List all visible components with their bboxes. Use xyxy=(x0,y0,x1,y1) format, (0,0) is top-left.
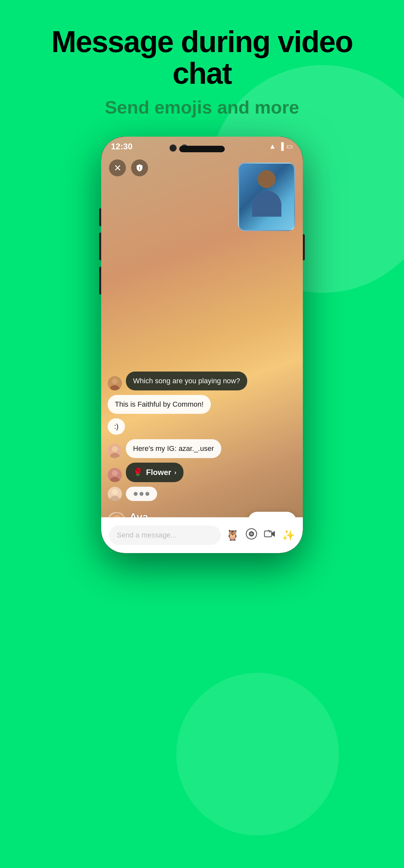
self-view-video xyxy=(238,163,295,231)
message-bubble-2: This is Faithful by Common! xyxy=(108,395,211,414)
flower-emoji: 🌹 xyxy=(133,468,143,477)
close-button[interactable]: ✕ xyxy=(109,159,126,176)
phone-wrapper: 12:30 ▲ ▐ ▭ ✕ ! xyxy=(101,137,303,804)
battery-icon: ▭ xyxy=(286,142,293,151)
typing-dot-1 xyxy=(134,492,137,496)
message-bubble-1: Which song are you playing now? xyxy=(126,372,247,391)
message-row-5: 🌹 Flower › xyxy=(108,463,296,482)
message-row-4: Here's my IG: azar._.user xyxy=(108,439,296,458)
self-view-body xyxy=(252,191,281,217)
message-avatar-5 xyxy=(108,468,122,482)
message-input[interactable]: Send a message... xyxy=(109,525,221,545)
svg-rect-19 xyxy=(265,531,272,537)
svg-point-2 xyxy=(112,378,118,384)
top-controls: ✕ ! xyxy=(109,159,148,176)
svg-point-11 xyxy=(112,489,118,495)
message-row-6 xyxy=(108,487,296,501)
message-input-placeholder: Send a message... xyxy=(117,531,176,539)
status-icons: ▲ ▐ ▭ xyxy=(269,142,293,151)
message-bubble-5: 🌹 Flower › xyxy=(126,463,183,482)
message-row-2: This is Faithful by Common! xyxy=(108,395,296,414)
svg-point-5 xyxy=(112,446,118,452)
message-bubble-3: :) xyxy=(108,418,125,435)
message-avatar-6 xyxy=(108,487,122,501)
phone-screen: 12:30 ▲ ▐ ▭ ✕ ! xyxy=(101,137,303,553)
typing-dot-2 xyxy=(139,492,144,496)
camera-icon[interactable] xyxy=(246,528,257,542)
svg-point-8 xyxy=(112,470,118,476)
message-avatar-4 xyxy=(108,444,122,458)
self-view-head xyxy=(258,170,276,188)
emoji-icon[interactable]: 🦉 xyxy=(226,529,239,541)
header-section: Message during video chat Send emojis an… xyxy=(0,26,404,118)
svg-marker-20 xyxy=(272,531,275,537)
typing-dots xyxy=(134,492,149,496)
message-avatar-1 xyxy=(108,376,122,391)
phone-frame: 12:30 ▲ ▐ ▭ ✕ ! xyxy=(101,137,303,553)
svg-point-18 xyxy=(250,533,253,535)
chat-area: Which song are you playing now? This is … xyxy=(101,372,303,501)
message-bubble-4: Here's my IG: azar._.user xyxy=(126,439,221,458)
status-time: 12:30 xyxy=(111,142,133,152)
report-button[interactable]: ! xyxy=(131,159,148,176)
sub-title: Send emojis and more xyxy=(26,97,378,118)
message-row-1: Which song are you playing now? xyxy=(108,372,296,391)
effects-icon[interactable]: ✨ xyxy=(282,529,295,541)
message-row-3: :) xyxy=(108,418,296,435)
bottom-bar: Send a message... 🦉 xyxy=(101,517,303,553)
flower-chevron: › xyxy=(174,469,176,476)
status-bar: 12:30 ▲ ▐ ▭ xyxy=(101,137,303,156)
typing-dot-3 xyxy=(146,492,149,496)
svg-text:!: ! xyxy=(139,166,140,171)
signal-icon: ▐ xyxy=(278,142,284,151)
bottom-icons: 🦉 ✨ xyxy=(226,528,295,542)
wifi-icon: ▲ xyxy=(269,142,276,151)
video-icon[interactable] xyxy=(264,528,276,542)
typing-bubble xyxy=(126,487,157,501)
main-title: Message during video chat xyxy=(26,26,378,89)
